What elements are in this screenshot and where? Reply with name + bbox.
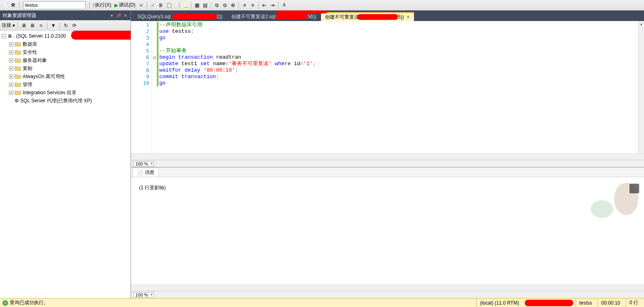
zoom-selector[interactable]: 100 % [133,161,154,167]
tree-node-label: 安全性 [23,49,37,56]
editor-area: SQLQuery3.sql 2)) 创建不可重复读2.sql 56)) 创建不可… [131,11,644,298]
tree-agent-node[interactable]: ⚙ SQL Server 代理(已禁用代理 XP) [0,97,131,105]
agent-icon: ⚙ [15,98,19,104]
svg-point-1 [591,200,613,218]
line-number-gutter: 12345678910 [131,21,152,153]
status-rows: 0 行 [626,299,642,307]
sync-icon[interactable]: ⟳ [71,22,78,29]
intellisense-icon[interactable]: 📑 [173,2,181,9]
tree-node[interactable]: +复制 [0,64,131,72]
split-strip[interactable]: ▴ [638,21,644,153]
object-explorer-tree[interactable]: − 🖥 . (SQL Server 11.0.2100 +数据库+安全性+服务器… [0,31,131,298]
expand-icon[interactable]: + [9,58,13,63]
expand-icon[interactable]: + [9,42,13,47]
results-grid-icon[interactable]: ▦ [193,2,201,9]
messages-scrollbar[interactable] [131,284,644,291]
messages-tab[interactable]: 📄 消息 [133,168,159,177]
connect-icon[interactable]: 🖥 [20,22,27,29]
stop-connect-icon[interactable]: ■ [37,22,44,29]
svg-point-0 [614,183,638,215]
tab-suffix: 56)) [308,14,316,19]
zoom-bar: 100 % [131,160,644,167]
horizontal-scrollbar[interactable] [131,153,644,160]
folder-icon [15,41,21,47]
increase-indent-icon[interactable]: ⇥ [269,2,276,9]
tree-node[interactable]: +安全性 [0,48,131,56]
new-query-icon[interactable]: 📄 [2,2,9,9]
code-editor[interactable]: 12345678910 ⊟ --声明数据库引用use testss;go--开始… [131,21,644,153]
connect-button[interactable]: 连接 [2,22,11,29]
options-icon[interactable]: ⚙ [229,2,236,9]
fold-column: ⊟ [152,21,157,153]
tools-icon[interactable]: 🛠 [10,2,17,9]
tree-node[interactable]: +服务器对象 [0,56,131,64]
stop-icon[interactable]: ■ [137,2,145,9]
success-icon: ✓ [2,300,8,306]
specify-values-icon[interactable]: Ａ [281,2,288,9]
tab-label: SQLQuery3.sql [137,14,171,19]
tab-label: 创建不可重复读 [325,14,359,21]
pin-icon[interactable]: 📌 [116,13,121,18]
tree-node[interactable]: +Integration Services 目录 [0,89,131,97]
folder-icon [15,49,21,55]
object-explorer-title: 对象资源管理器 [2,12,108,19]
tree-node[interactable]: +AlwaysOn 高可用性 [0,72,131,80]
include-plan-icon[interactable]: 📃 [182,2,189,9]
tree-node[interactable]: +数据库 [0,40,131,48]
messages-text: (1 行受影响) [139,185,166,191]
outdent-icon[interactable]: ≡ [249,2,256,9]
disconnect-icon[interactable]: 🖥 [29,22,36,29]
close-icon[interactable]: ✕ [122,13,128,18]
expand-icon[interactable]: + [9,91,13,95]
expand-icon[interactable]: + [9,66,13,71]
folder-icon [15,66,21,71]
tree-node-label: 管理 [23,81,32,88]
refresh-icon[interactable]: ↻ [62,22,70,29]
folder-icon [15,57,21,63]
collapse-icon[interactable]: − [2,34,6,38]
results-tabs: 📄 消息 [131,167,644,177]
folder-icon [15,90,21,95]
tab-create-nonrepeat[interactable]: 创建不可重复读 55)) ✕ [321,12,414,21]
status-elapsed: 00:00:10 [598,299,623,307]
main-toolbar: 📄 🛠 ! 执行(X) ▶ 调试(D) ■ ✓ 🗎 📋 📑 📃 ▦ ▤ ⧉ ⧉ … [0,0,644,11]
status-database: testss [576,299,595,307]
expand-icon[interactable]: + [9,83,13,87]
server-icon: 🖥 [7,33,12,39]
execute-button[interactable]: ! 执行(X) [92,2,112,8]
indent-icon[interactable]: ≡ [241,2,248,9]
expand-icon[interactable]: + [9,74,13,79]
results-pane: 📄 消息 (1 行受影响) 100 % [131,167,644,298]
tree-node-label: 数据库 [23,41,37,48]
tab-close-icon[interactable]: ✕ [406,15,410,20]
parse-icon[interactable]: ✓ [149,2,156,9]
estimated-plan-icon[interactable]: 🗎 [157,2,165,9]
debug-button[interactable]: ▶ 调试(D) [113,2,137,8]
messages-tab-label: 消息 [145,169,154,176]
comment-icon[interactable]: ⧉ [213,2,220,9]
tab-sqlquery3[interactable]: SQLQuery3.sql 2)) [133,12,226,21]
messages-icon: 📄 [137,170,143,176]
server-label: . (SQL Server 11.0.2100 [13,33,66,39]
document-tabs: SQLQuery3.sql 2)) 创建不可重复读2.sql 56)) 创建不可… [131,11,644,21]
status-server: (local) (11.0 RTM) [476,299,522,307]
decrease-indent-icon[interactable]: ⇤ [261,2,268,9]
database-selector[interactable] [23,1,86,9]
object-explorer-toolbar: 连接 ▾ 🖥 🖥 ■ ▼ ↻ ⟳ [0,20,131,31]
code-content[interactable]: --声明数据库引用use testss;go--开始事务begin transa… [157,21,638,153]
tree-node-label: 复制 [23,65,32,72]
status-bar: ✓ 查询已成功执行。 (local) (11.0 RTM) testss 00:… [0,298,644,307]
uncomment-icon[interactable]: ⧉ [221,2,228,9]
folder-icon [15,82,21,87]
results-text-icon[interactable]: ▤ [201,2,209,9]
expand-icon[interactable]: + [9,50,13,55]
query-options-icon[interactable]: 📋 [165,2,173,9]
tab-label: 创建不可重复读2.sql [231,13,275,20]
messages-body[interactable]: (1 行受影响) [131,177,644,284]
messages-zoom-selector[interactable]: 100 % [133,292,154,298]
tree-node[interactable]: +管理 [0,80,131,89]
dropdown-icon[interactable]: ▾ [109,13,114,18]
filter-icon[interactable]: ▼ [50,22,57,29]
tree-node-label: AlwaysOn 高可用性 [23,73,65,80]
decorative-image [586,179,642,227]
